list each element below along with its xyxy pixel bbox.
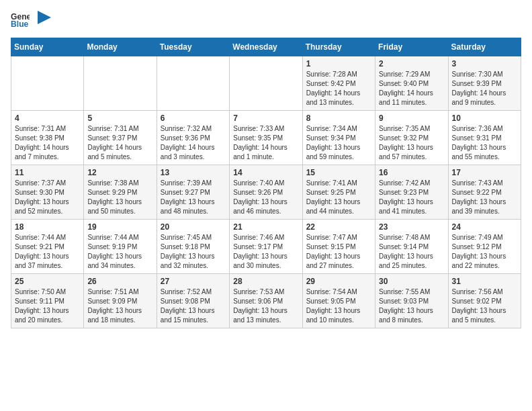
day-number: 11 [15,168,80,177]
svg-text:Blue: Blue [11,19,29,29]
calendar-week-2: 4Sunrise: 7:31 AM Sunset: 9:38 PM Daylig… [11,111,521,165]
day-info: Sunrise: 7:32 AM Sunset: 9:36 PM Dayligh… [161,124,226,162]
day-info: Sunrise: 7:31 AM Sunset: 9:37 PM Dayligh… [87,124,152,162]
calendar-cell: 4Sunrise: 7:31 AM Sunset: 9:38 PM Daylig… [11,111,84,165]
day-info: Sunrise: 7:45 AM Sunset: 9:18 PM Dayligh… [161,233,226,271]
day-info: Sunrise: 7:30 AM Sunset: 9:39 PM Dayligh… [452,70,517,107]
calendar-cell: 7Sunrise: 7:33 AM Sunset: 9:35 PM Daylig… [230,111,302,165]
day-info: Sunrise: 7:34 AM Sunset: 9:34 PM Dayligh… [306,124,371,162]
day-info: Sunrise: 7:29 AM Sunset: 9:40 PM Dayligh… [379,70,444,107]
day-of-week-thursday: Thursday [302,38,375,56]
day-info: Sunrise: 7:48 AM Sunset: 9:14 PM Dayligh… [379,233,444,271]
day-info: Sunrise: 7:41 AM Sunset: 9:25 PM Dayligh… [306,179,371,216]
day-number: 18 [15,222,80,232]
day-info: Sunrise: 7:42 AM Sunset: 9:23 PM Dayligh… [379,179,444,216]
day-info: Sunrise: 7:33 AM Sunset: 9:35 PM Dayligh… [233,124,298,162]
calendar-cell [11,56,84,111]
calendar-cell [157,56,229,111]
day-number: 17 [452,168,517,177]
day-of-week-sunday: Sunday [11,38,84,56]
day-number: 27 [161,277,226,286]
day-of-week-saturday: Saturday [448,38,521,56]
calendar-cell: 28Sunrise: 7:53 AM Sunset: 9:06 PM Dayli… [230,274,302,328]
calendar-cell: 1Sunrise: 7:28 AM Sunset: 9:42 PM Daylig… [302,56,375,111]
calendar-cell [230,56,302,111]
day-number: 13 [161,168,226,177]
day-info: Sunrise: 7:49 AM Sunset: 9:12 PM Dayligh… [452,233,517,271]
day-number: 24 [452,222,517,232]
svg-marker-3 [38,11,51,24]
day-info: Sunrise: 7:38 AM Sunset: 9:29 PM Dayligh… [87,179,152,216]
calendar-cell: 30Sunrise: 7:55 AM Sunset: 9:03 PM Dayli… [375,274,448,328]
day-info: Sunrise: 7:44 AM Sunset: 9:19 PM Dayligh… [87,233,152,271]
calendar-week-5: 25Sunrise: 7:50 AM Sunset: 9:11 PM Dayli… [11,274,521,328]
calendar-cell: 14Sunrise: 7:40 AM Sunset: 9:26 PM Dayli… [230,165,302,220]
calendar-cell: 5Sunrise: 7:31 AM Sunset: 9:37 PM Daylig… [84,111,157,165]
calendar-cell: 31Sunrise: 7:56 AM Sunset: 9:02 PM Dayli… [448,274,521,328]
day-info: Sunrise: 7:55 AM Sunset: 9:03 PM Dayligh… [379,287,444,325]
day-of-week-friday: Friday [375,38,448,56]
logo-icon: General Blue [11,11,30,30]
day-number: 26 [87,277,152,286]
day-number: 6 [161,113,226,123]
day-number: 15 [306,168,371,177]
calendar-cell: 16Sunrise: 7:42 AM Sunset: 9:23 PM Dayli… [375,165,448,220]
calendar-cell [84,56,157,111]
calendar-cell: 11Sunrise: 7:37 AM Sunset: 9:30 PM Dayli… [11,165,84,220]
day-info: Sunrise: 7:39 AM Sunset: 9:27 PM Dayligh… [161,179,226,216]
day-number: 25 [15,277,80,286]
day-info: Sunrise: 7:56 AM Sunset: 9:02 PM Dayligh… [452,287,517,325]
day-number: 12 [87,168,152,177]
day-info: Sunrise: 7:47 AM Sunset: 9:15 PM Dayligh… [306,233,371,271]
day-info: Sunrise: 7:50 AM Sunset: 9:11 PM Dayligh… [15,287,80,325]
day-info: Sunrise: 7:53 AM Sunset: 9:06 PM Dayligh… [233,287,298,325]
day-number: 29 [306,277,371,286]
calendar-cell: 12Sunrise: 7:38 AM Sunset: 9:29 PM Dayli… [84,165,157,220]
day-info: Sunrise: 7:37 AM Sunset: 9:30 PM Dayligh… [15,179,80,216]
day-of-week-tuesday: Tuesday [157,38,229,56]
day-info: Sunrise: 7:35 AM Sunset: 9:32 PM Dayligh… [379,124,444,162]
day-number: 5 [87,113,152,123]
calendar-cell: 17Sunrise: 7:43 AM Sunset: 9:22 PM Dayli… [448,165,521,220]
calendar-cell: 8Sunrise: 7:34 AM Sunset: 9:34 PM Daylig… [302,111,375,165]
day-number: 9 [379,113,444,123]
day-number: 21 [233,222,298,232]
day-info: Sunrise: 7:44 AM Sunset: 9:21 PM Dayligh… [15,233,80,271]
calendar-week-1: 1Sunrise: 7:28 AM Sunset: 9:42 PM Daylig… [11,56,521,111]
day-info: Sunrise: 7:31 AM Sunset: 9:38 PM Dayligh… [15,124,80,162]
calendar-cell: 3Sunrise: 7:30 AM Sunset: 9:39 PM Daylig… [448,56,521,111]
day-number: 16 [379,168,444,177]
calendar-cell: 2Sunrise: 7:29 AM Sunset: 9:40 PM Daylig… [375,56,448,111]
day-info: Sunrise: 7:36 AM Sunset: 9:31 PM Dayligh… [452,124,517,162]
day-number: 3 [452,59,517,68]
day-info: Sunrise: 7:28 AM Sunset: 9:42 PM Dayligh… [306,70,371,107]
day-number: 31 [452,277,517,286]
calendar-cell: 25Sunrise: 7:50 AM Sunset: 9:11 PM Dayli… [11,274,84,328]
day-number: 8 [306,113,371,123]
calendar-cell: 6Sunrise: 7:32 AM Sunset: 9:36 PM Daylig… [157,111,229,165]
calendar-header-row: SundayMondayTuesdayWednesdayThursdayFrid… [11,38,521,56]
day-number: 23 [379,222,444,232]
calendar-cell: 29Sunrise: 7:54 AM Sunset: 9:05 PM Dayli… [302,274,375,328]
calendar-cell: 24Sunrise: 7:49 AM Sunset: 9:12 PM Dayli… [448,220,521,274]
day-info: Sunrise: 7:43 AM Sunset: 9:22 PM Dayligh… [452,179,517,216]
day-number: 1 [306,59,371,68]
calendar-cell: 26Sunrise: 7:51 AM Sunset: 9:09 PM Dayli… [84,274,157,328]
day-number: 19 [87,222,152,232]
day-number: 7 [233,113,298,123]
calendar: SundayMondayTuesdayWednesdayThursdayFrid… [11,38,521,328]
calendar-cell: 19Sunrise: 7:44 AM Sunset: 9:19 PM Dayli… [84,220,157,274]
day-of-week-monday: Monday [84,38,157,56]
calendar-cell: 15Sunrise: 7:41 AM Sunset: 9:25 PM Dayli… [302,165,375,220]
calendar-week-3: 11Sunrise: 7:37 AM Sunset: 9:30 PM Dayli… [11,165,521,220]
day-number: 22 [306,222,371,232]
calendar-cell: 20Sunrise: 7:45 AM Sunset: 9:18 PM Dayli… [157,220,229,274]
day-number: 14 [233,168,298,177]
logo-arrow-icon [38,11,51,24]
day-number: 4 [15,113,80,123]
day-number: 28 [233,277,298,286]
day-info: Sunrise: 7:52 AM Sunset: 9:08 PM Dayligh… [161,287,226,325]
calendar-cell: 27Sunrise: 7:52 AM Sunset: 9:08 PM Dayli… [157,274,229,328]
day-number: 2 [379,59,444,68]
calendar-week-4: 18Sunrise: 7:44 AM Sunset: 9:21 PM Dayli… [11,220,521,274]
